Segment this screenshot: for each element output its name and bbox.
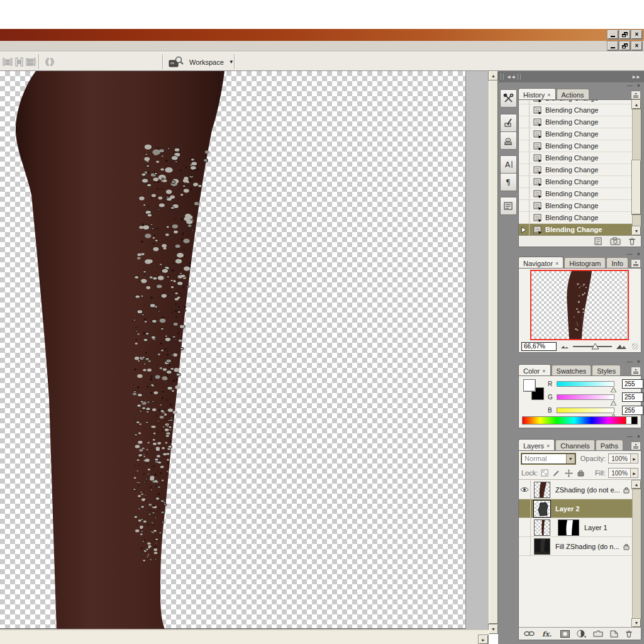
- blue-value-input[interactable]: [622, 406, 643, 415]
- foreground-color-swatch[interactable]: [523, 379, 536, 392]
- scroll-down-button[interactable]: ▼: [489, 625, 498, 634]
- history-entry[interactable]: Blending Change: [519, 224, 641, 235]
- doc-close-button[interactable]: ×: [631, 42, 642, 50]
- paragraph-icon[interactable]: ¶: [500, 173, 517, 191]
- history-source-well[interactable]: [519, 200, 530, 212]
- tab-close-icon[interactable]: ×: [555, 260, 558, 267]
- panel-close-icon[interactable]: ×: [637, 359, 640, 364]
- fill-value[interactable]: 100%: [608, 468, 631, 478]
- tab-history[interactable]: History×: [518, 88, 556, 99]
- scroll-up-button[interactable]: ▲: [632, 480, 641, 489]
- blend-mode-select[interactable]: Normal ▼: [521, 453, 575, 464]
- layer-comps-icon[interactable]: [500, 197, 517, 215]
- tab-close-icon[interactable]: ×: [547, 443, 550, 449]
- panel-close-icon[interactable]: ×: [637, 83, 640, 88]
- new-snapshot-icon[interactable]: [610, 237, 621, 245]
- tab-color[interactable]: Color×: [518, 364, 551, 375]
- app-close-button[interactable]: ×: [631, 30, 642, 39]
- horizontal-scrollbar[interactable]: ►: [0, 630, 489, 644]
- layer-visibility-toggle[interactable]: [519, 499, 531, 518]
- tab-swatches[interactable]: Swatches: [552, 365, 592, 375]
- tab-navigator[interactable]: Navigator×: [518, 257, 564, 268]
- navigator-view-box[interactable]: [530, 270, 629, 340]
- doc-restore-button[interactable]: [619, 42, 630, 50]
- app-restore-button[interactable]: [619, 30, 630, 39]
- distribute-vertical-center-icon[interactable]: [14, 57, 25, 67]
- blue-slider[interactable]: [557, 408, 614, 413]
- history-entry[interactable]: Blending Change: [519, 128, 641, 140]
- layer-visibility-toggle[interactable]: [519, 518, 531, 537]
- history-source-well[interactable]: [519, 224, 530, 236]
- history-source-well[interactable]: [519, 140, 530, 152]
- navigator-zoom-slider[interactable]: [573, 343, 612, 350]
- red-value-input[interactable]: [622, 379, 643, 389]
- zoom-out-icon[interactable]: [560, 343, 569, 349]
- chevron-down-icon[interactable]: ▼: [566, 454, 575, 464]
- color-spectrum-ramp[interactable]: [522, 416, 638, 425]
- layer-row[interactable]: ZShading (do not e...: [519, 480, 632, 499]
- history-source-well[interactable]: [519, 176, 530, 188]
- panel-minimize-icon[interactable]: —: [627, 434, 633, 439]
- history-entry[interactable]: Blending Change: [519, 100, 641, 104]
- layer-row[interactable]: Layer 1: [519, 518, 632, 537]
- zoom-in-icon[interactable]: [616, 343, 627, 350]
- layer-thumbnail[interactable]: [534, 482, 550, 498]
- new-layer-icon[interactable]: [610, 630, 618, 638]
- panel-close-icon[interactable]: ×: [637, 434, 640, 439]
- history-entry[interactable]: Blending Change: [519, 200, 641, 212]
- opacity-spinner-icon[interactable]: ▶: [631, 453, 638, 464]
- expand-dock-icon[interactable]: ►►: [631, 74, 640, 80]
- panel-minimize-icon[interactable]: —: [627, 252, 633, 257]
- layer-row[interactable]: Fill ZShading (do n...: [519, 537, 632, 556]
- layer-thumbnail[interactable]: [534, 519, 550, 536]
- layer-mask-icon[interactable]: [560, 630, 570, 638]
- layer-thumbnail[interactable]: [534, 538, 550, 555]
- lock-position-icon[interactable]: [565, 469, 573, 477]
- tab-actions[interactable]: Actions: [557, 89, 589, 99]
- scrollbar-thumb[interactable]: [489, 80, 498, 624]
- layer-thumbnail[interactable]: [534, 501, 550, 517]
- tab-close-icon[interactable]: ×: [542, 368, 545, 374]
- new-group-icon[interactable]: [593, 630, 603, 637]
- history-source-well[interactable]: [519, 104, 530, 116]
- distribute-top-icon[interactable]: [3, 57, 14, 67]
- history-entry[interactable]: Blending Change: [519, 140, 641, 152]
- link-layers-icon[interactable]: [524, 631, 535, 636]
- layer-name[interactable]: Layer 2: [555, 505, 580, 513]
- history-source-well[interactable]: [519, 212, 530, 224]
- workspace-button[interactable]: Workspace ▼: [165, 54, 238, 70]
- green-value-input[interactable]: [622, 392, 643, 402]
- panel-minimize-icon[interactable]: —: [627, 359, 633, 364]
- panel-minimize-icon[interactable]: —: [627, 83, 633, 88]
- layer-style-icon[interactable]: fx.: [542, 630, 553, 638]
- delete-icon[interactable]: [628, 237, 636, 245]
- tab-paths[interactable]: Paths: [596, 440, 623, 450]
- layer-name[interactable]: Fill ZShading (do n...: [555, 543, 619, 550]
- collapse-dock-icon[interactable]: ◄◄: [506, 74, 515, 80]
- panel-menu-icon[interactable]: ▼: [631, 441, 641, 450]
- layer-name[interactable]: Layer 1: [584, 524, 608, 531]
- history-entry[interactable]: Blending Change: [519, 104, 641, 116]
- scrollbar-thumb[interactable]: [632, 160, 641, 214]
- history-entry[interactable]: Blending Change: [519, 116, 641, 128]
- fill-spinner-icon[interactable]: ▶: [631, 468, 638, 478]
- opacity-value[interactable]: 100%: [608, 453, 631, 464]
- layer-row[interactable]: Layer 2: [519, 499, 632, 518]
- history-entry[interactable]: Blending Change: [519, 164, 641, 176]
- resize-grip[interactable]: [632, 343, 638, 350]
- lock-pixels-icon[interactable]: [553, 469, 560, 477]
- layer-visibility-toggle[interactable]: [519, 537, 531, 556]
- dock-grip[interactable]: [501, 74, 504, 80]
- panel-menu-icon[interactable]: ▼: [631, 91, 641, 99]
- history-source-well[interactable]: [519, 128, 530, 140]
- scroll-right-button[interactable]: ►: [479, 635, 488, 644]
- scroll-up-button[interactable]: ▲: [489, 71, 498, 80]
- document-canvas[interactable]: [0, 71, 466, 629]
- history-source-well[interactable]: [519, 164, 530, 176]
- auto-align-icon[interactable]: [44, 57, 55, 67]
- history-scrollbar[interactable]: ▲ ▼: [632, 100, 641, 235]
- delete-layer-icon[interactable]: [625, 630, 633, 638]
- slider-thumb[interactable]: [591, 343, 599, 350]
- clone-source-icon[interactable]: [500, 131, 517, 150]
- character-icon[interactable]: A: [500, 155, 517, 174]
